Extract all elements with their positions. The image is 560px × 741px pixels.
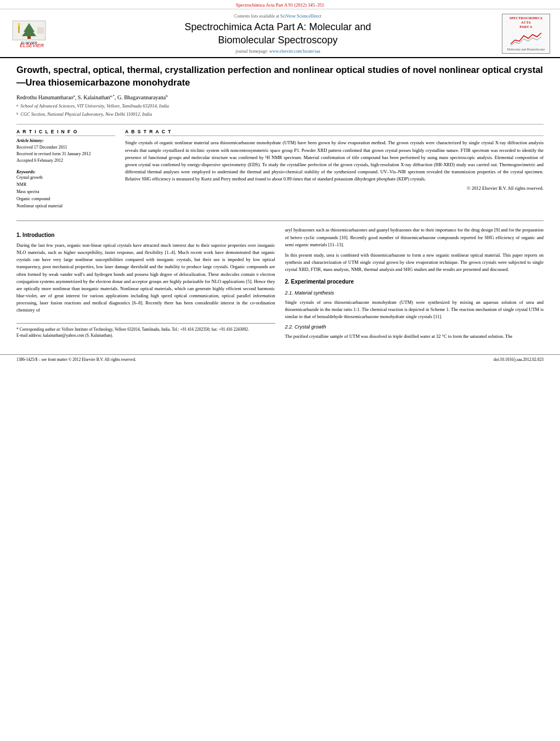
journal-logo-right: SPECTROCHIMICAACTAPART A Molecular and B… [502,14,550,54]
sciverse-link[interactable]: SciVerse ScienceDirect [280,14,321,19]
body-columns: 1. Introduction During the last few year… [16,227,544,343]
logo-decoration [505,30,547,47]
journal-header: ELSEVIER ELSEVIER Contents lists availab… [0,9,560,58]
article-info-section: A R T I C L E I N F O Article history: R… [16,129,115,164]
contents-line: Contents lists available at SciVerse Sci… [59,14,496,19]
section-divider [16,220,544,221]
svg-point-6 [18,23,20,26]
revised-date: Received in revised form 31 January 2012 [16,151,115,157]
footnote-star: * Corresponding author at: Vellore Insti… [16,326,275,332]
intro-para2: aryl hydrazones such as thiosemicarbazon… [285,227,544,248]
keyword-2: NMR [16,182,115,189]
subsection21-heading: 2.1. Material synthesis [285,290,544,297]
keywords-list: Crystal growth NMR Mass spectra Organic … [16,174,115,210]
article-content: Growth, spectral, optical, thermal, crys… [0,58,560,349]
article-history-label: Article history: [16,138,115,143]
affiliations: a School of Advanced Sciences, VIT Unive… [16,103,544,118]
article-info-column: A R T I C L E I N F O Article history: R… [16,129,115,215]
article-history: Received 17 December 2011 Received in re… [16,144,115,164]
article-info-heading: A R T I C L E I N F O [16,129,115,136]
footnote-area: * Corresponding author at: Vellore Insti… [16,323,275,339]
authors-line: Redrothu Hanumantharaoa, S. Kalainathana… [16,94,544,100]
homepage-link[interactable]: www.elsevier.com/locate/saa [269,49,320,54]
issn-line: 1386-1425/$ – see front matter © 2012 El… [16,357,136,362]
abstract-text: Single crystals of organic nonlinear mat… [125,139,544,192]
crystal-growth-para: The purified crystalline sample of UTM w… [285,333,544,340]
affiliation-a: a School of Advanced Sciences, VIT Unive… [16,103,544,111]
svg-rect-4 [27,36,31,39]
intro-para1: During the last few years, organic non-l… [16,242,275,314]
logo-title: SPECTROCHIMICAACTAPART A [505,16,547,29]
material-synthesis-para: Single crystals of urea thiosemicarbazon… [285,299,544,321]
body-column-right: aryl hydrazones such as thiosemicarbazon… [285,227,544,343]
abstract-column: A B S T R A C T Single crystals of organ… [125,129,544,215]
body-column-left: 1. Introduction During the last few year… [16,227,275,343]
abstract-heading: A B S T R A C T [125,129,544,136]
subsection22-heading: 2.2. Crystal growth [285,324,544,331]
copyright-line: © 2012 Elsevier B.V. All rights reserved… [125,185,544,192]
affiliation-b: b CGC Section, National Physical Laborat… [16,111,544,119]
accepted-date: Accepted 6 February 2012 [16,157,115,164]
keywords-section: Keywords: Crystal growth NMR Mass spectr… [16,169,115,210]
elsevier-logo-area: ELSEVIER ELSEVIER [10,20,54,48]
logo-chart-icon [510,30,542,47]
keyword-4: Organic compound [16,196,115,203]
keyword-3: Mass spectra [16,189,115,196]
keyword-1: Crystal growth [16,174,115,182]
article-info-abstract: A R T I C L E I N F O Article history: R… [16,124,544,215]
journal-citation-bar: Spectrochimica Acta Part A 91 (2012) 345… [0,0,560,9]
keywords-label: Keywords: [16,169,115,174]
footnote-email: E-mail address: kalainathan@yahoo.com (S… [16,332,275,338]
svg-rect-5 [18,25,20,33]
received-date: Received 17 December 2011 [16,144,115,151]
section2-heading: 2. Experimental procedure [285,278,544,286]
intro-para3: In this present study, urea is combined … [285,252,544,274]
doi-line: doi:10.1016/j.saa.2012.02.023 [494,357,544,362]
journal-homepage: journal homepage: www.elsevier.com/locat… [59,49,496,54]
keyword-5: Nonlinear optical material [16,203,115,210]
logo-subtitle: Molecular and Biomolecular [505,48,547,51]
section1-heading: 1. Introduction [16,231,275,240]
journal-citation: Spectrochimica Acta Part A 91 (2012) 345… [236,2,324,8]
journal-center-info: Contents lists available at SciVerse Sci… [59,14,496,54]
journal-title: Spectrochimica Acta Part A: Molecular an… [59,21,496,47]
article-title: Growth, spectral, optical, thermal, crys… [16,64,544,88]
bottom-bar: 1386-1425/$ – see front matter © 2012 El… [0,354,560,362]
